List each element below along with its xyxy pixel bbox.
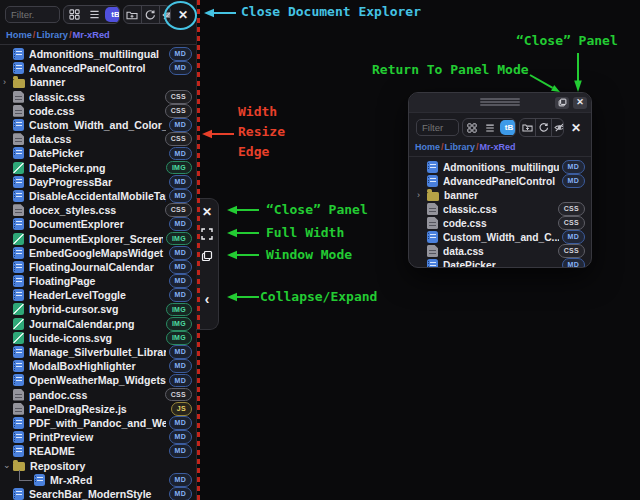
- grid-view-icon[interactable]: [64, 6, 84, 23]
- chevron-down-icon[interactable]: ⌄: [3, 461, 13, 470]
- list-item[interactable]: classic.cssCSS: [409, 202, 591, 216]
- file-type-badge: MD: [169, 175, 193, 189]
- list-item[interactable]: SearchBar_ModernStyleMD: [0, 487, 196, 500]
- css-file-icon: [13, 204, 24, 216]
- window-mode-icon[interactable]: [200, 248, 215, 263]
- list-item[interactable]: ›banner: [409, 188, 591, 202]
- markdown-file-icon: [13, 445, 24, 457]
- list-item[interactable]: pandoc.cssCSS: [0, 388, 196, 402]
- list-item[interactable]: classic.cssCSS: [0, 90, 196, 104]
- close-window-button[interactable]: ✕: [573, 97, 587, 109]
- sort-toggle-button[interactable]: tB: [105, 7, 120, 22]
- breadcrumb-separator: /: [69, 30, 72, 40]
- markdown-file-icon: [13, 417, 24, 429]
- file-type-badge: CSS: [558, 244, 585, 258]
- chevron-right-icon[interactable]: ›: [3, 78, 13, 87]
- list-item[interactable]: Manage_Silverbullet_LibrariesMD: [0, 345, 196, 359]
- list-item[interactable]: DatePicker.pngIMG: [0, 161, 196, 175]
- list-item[interactable]: DatePickerMD: [409, 258, 591, 267]
- grid-view-icon[interactable]: [463, 119, 481, 136]
- list-item[interactable]: HeaderLevelToggleMD: [0, 288, 196, 302]
- list-item[interactable]: ModalBoxHighlighterMD: [0, 359, 196, 373]
- filter-input[interactable]: [5, 6, 60, 23]
- file-name: Custom_Width_and_Color_T...: [29, 119, 166, 131]
- list-item[interactable]: PDF_with_Pandoc_and_Wea...MD: [0, 416, 196, 430]
- file-name: docex_styles.css: [29, 204, 162, 216]
- list-item[interactable]: Admonitions_multilingualMD: [409, 160, 591, 174]
- explorer-toolbar: tB ✕: [409, 113, 591, 140]
- list-item[interactable]: EmbedGoogleMapsWidgetMD: [0, 246, 196, 260]
- list-item[interactable]: ›banner: [0, 75, 196, 89]
- close-explorer-button[interactable]: ✕: [567, 122, 585, 134]
- window-title-bar[interactable]: ✕: [409, 93, 591, 113]
- list-item[interactable]: Custom_Width_and_Color_T...MD: [0, 118, 196, 132]
- tree-connector: [19, 470, 32, 481]
- list-item[interactable]: Custom_Width_and_C...MD: [409, 230, 591, 244]
- list-item[interactable]: FloatingJournalCalendarMD: [0, 260, 196, 274]
- full-width-icon[interactable]: [200, 226, 215, 241]
- action-button-group: [519, 118, 564, 137]
- sort-toggle-button[interactable]: tB: [500, 120, 516, 135]
- return-to-panel-icon[interactable]: [555, 97, 569, 109]
- annotation-full-width: Full Width: [266, 226, 344, 240]
- list-item[interactable]: AdvancedPanelControlMD: [409, 174, 591, 188]
- list-item[interactable]: data.cssCSS: [0, 132, 196, 146]
- list-item[interactable]: READMEMD: [0, 444, 196, 458]
- list-item[interactable]: DisableAccidentalMobileTapsMD: [0, 189, 196, 203]
- markdown-file-icon: [13, 374, 24, 386]
- list-item[interactable]: DocumentExplorerMD: [0, 217, 196, 231]
- width-resize-edge[interactable]: [197, 0, 200, 500]
- list-item[interactable]: hybrid-cursor.svgIMG: [0, 302, 196, 316]
- breadcrumb-item[interactable]: Library: [36, 30, 68, 40]
- file-name: PDF_with_Pandoc_and_Wea...: [29, 417, 166, 429]
- collapse-expand-button[interactable]: ‹: [200, 291, 215, 306]
- file-name: lucide-icons.svg: [29, 332, 163, 344]
- file-type-badge: MD: [169, 487, 193, 500]
- list-item[interactable]: AdvancedPanelControlMD: [0, 61, 196, 75]
- list-item[interactable]: code.cssCSS: [409, 216, 591, 230]
- list-item[interactable]: DocumentExplorer_Screens...IMG: [0, 231, 196, 245]
- list-item[interactable]: DayProgressBarMD: [0, 175, 196, 189]
- list-view-icon[interactable]: [481, 119, 499, 136]
- breadcrumb-item[interactable]: Library: [445, 142, 476, 152]
- list-item[interactable]: lucide-icons.svgIMG: [0, 331, 196, 345]
- file-type-badge: CSS: [165, 90, 192, 104]
- file-list: Admonitions_multilingualMDAdvancedPanelC…: [0, 45, 196, 500]
- breadcrumb-item[interactable]: Mr-xRed: [480, 142, 516, 152]
- file-type-badge: CSS: [165, 104, 192, 118]
- refresh-icon[interactable]: [141, 6, 159, 23]
- breadcrumb-item[interactable]: Home: [6, 30, 32, 40]
- list-item[interactable]: code.cssCSS: [0, 104, 196, 118]
- list-item[interactable]: data.cssCSS: [409, 244, 591, 258]
- list-item[interactable]: FloatingPageMD: [0, 274, 196, 288]
- list-item[interactable]: Admonitions_multilingualMD: [0, 47, 196, 61]
- markdown-file-icon: [34, 474, 45, 486]
- new-folder-icon[interactable]: [520, 119, 535, 136]
- refresh-icon[interactable]: [535, 119, 551, 136]
- breadcrumb-item[interactable]: Home: [415, 142, 440, 152]
- chevron-right-icon[interactable]: ›: [417, 191, 427, 200]
- list-item[interactable]: docex_styles.cssCSS: [0, 203, 196, 217]
- list-item[interactable]: OpenWeatherMap_WidgetsMD: [0, 373, 196, 387]
- file-name: banner: [444, 190, 585, 201]
- file-type-badge: MD: [169, 61, 193, 75]
- drag-handle-icon[interactable]: [480, 98, 520, 107]
- breadcrumb-item[interactable]: Mr-xRed: [73, 30, 110, 40]
- css-file-icon: [427, 217, 438, 229]
- annotation-close-document-explorer: Close Document Explorer: [241, 5, 421, 19]
- markdown-file-icon: [13, 346, 24, 358]
- list-item[interactable]: Mr-xRedMD: [0, 473, 196, 487]
- list-item[interactable]: PrintPreviewMD: [0, 430, 196, 444]
- list-item[interactable]: DatePickerMD: [0, 146, 196, 160]
- file-name: DocumentExplorer_Screens...: [29, 233, 163, 245]
- filter-input[interactable]: [416, 119, 459, 136]
- list-view-icon[interactable]: [84, 6, 104, 23]
- eye-off-icon[interactable]: [551, 119, 564, 136]
- list-item[interactable]: JournalCalendar.pngIMG: [0, 317, 196, 331]
- list-item[interactable]: PanelDragResize.jsJS: [0, 402, 196, 416]
- close-panel-button[interactable]: ✕: [200, 204, 215, 219]
- file-name: hybrid-cursor.svg: [29, 303, 163, 315]
- markdown-file-icon: [13, 247, 24, 259]
- css-file-icon: [13, 105, 24, 117]
- new-folder-icon[interactable]: [124, 6, 141, 23]
